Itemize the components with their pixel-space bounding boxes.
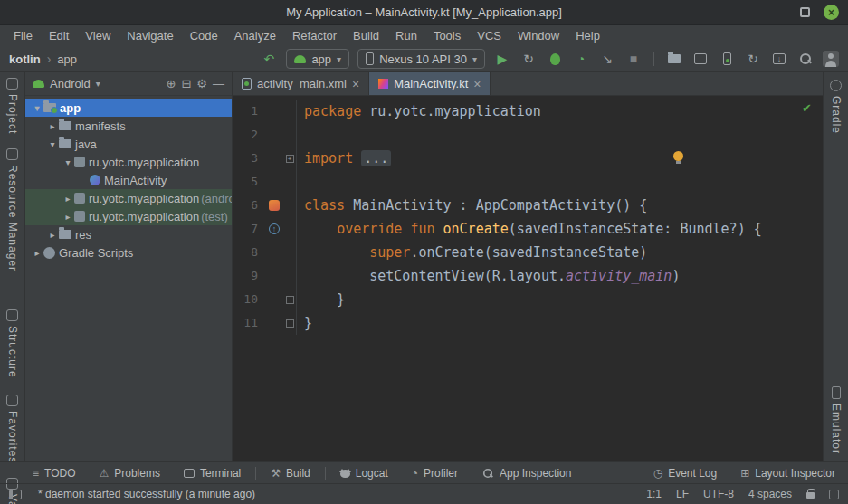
chevron-right-icon[interactable]: ▸ (62, 194, 74, 204)
tool-button-event-log[interactable]: ◷Event Log (653, 467, 718, 480)
tree-item-package-test[interactable]: ▸ ru.yotc.myapplication (test) (25, 207, 232, 225)
code-line: 5 (233, 170, 823, 194)
menu-item-code[interactable]: Code (182, 25, 226, 46)
debug-button[interactable] (546, 50, 564, 68)
close-tab-icon[interactable]: × (473, 77, 481, 91)
chevron-right-icon[interactable]: ▸ (31, 248, 43, 258)
maximize-button[interactable] (800, 7, 810, 17)
close-button[interactable]: × (824, 5, 839, 20)
tool-button-terminal[interactable]: Terminal (184, 467, 241, 480)
device-file-explorer-button[interactable] (665, 50, 683, 68)
breadcrumb-app[interactable]: app (57, 52, 77, 66)
sync-project-button[interactable]: ↻ (744, 50, 762, 68)
avd-manager-button[interactable] (718, 50, 736, 68)
tool-button-structure[interactable]: Structure (6, 309, 19, 378)
tool-button-todo[interactable]: ≡TODO (33, 467, 75, 480)
close-tab-icon[interactable]: × (352, 77, 359, 91)
tool-button-app-inspection[interactable]: App Inspection (481, 467, 571, 480)
stop-button[interactable]: ■ (624, 50, 643, 68)
minimize-button[interactable]: – (779, 8, 786, 17)
debug-icon (550, 53, 560, 65)
override-gutter-icon[interactable]: ↑ (269, 223, 280, 234)
chevron-down-icon[interactable]: ▾ (46, 139, 59, 149)
resize-grip (829, 490, 839, 499)
tree-item-gradle-scripts[interactable]: ▸ Gradle Scripts (25, 243, 232, 262)
menu-item-window[interactable]: Window (510, 25, 567, 46)
tool-button-resource-manager[interactable]: Resource Manager (6, 148, 19, 271)
tool-button-build[interactable]: ⚒Build (271, 467, 310, 480)
chevron-down-icon[interactable]: ▾ (62, 157, 74, 167)
menu-item-edit[interactable]: Edit (41, 25, 77, 46)
project-view-select[interactable]: Android (50, 77, 91, 90)
layout-inspector-icon: ⊞ (740, 467, 749, 480)
toolwindow-quick-access-icon[interactable] (9, 490, 22, 499)
project-tree: ▾ app ▸ manifests ▾ java ▾ ru.yo (25, 96, 232, 461)
tab-mainactivity-kt[interactable]: MainActivity.kt × (369, 72, 491, 95)
run-configuration-select[interactable]: app ▾ (286, 49, 349, 69)
search-everywhere-button[interactable] (796, 50, 815, 68)
tool-button-layout-inspector[interactable]: ⊞Layout Inspector (740, 467, 835, 480)
chevron-down-icon[interactable]: ▾ (31, 103, 43, 113)
profiler-button[interactable]: ◔ (572, 50, 590, 68)
readonly-lock-icon[interactable] (806, 492, 815, 499)
fold-end-marker[interactable] (286, 296, 294, 304)
app-inspection-icon (482, 468, 493, 479)
menu-item-run[interactable]: Run (387, 25, 425, 46)
menu-item-file[interactable]: File (5, 25, 41, 46)
menu-item-refactor[interactable]: Refactor (284, 25, 345, 46)
intention-bulb-icon[interactable] (673, 151, 683, 161)
project-panel-header: Android ▾ ⊕ ⊟ ⚙ — (25, 72, 232, 96)
breadcrumb-module[interactable]: kotlin (9, 52, 41, 66)
hide-panel-button[interactable]: — (213, 77, 224, 90)
collapse-all-button[interactable]: ⊟ (181, 77, 191, 90)
layout-validation-button[interactable] (691, 50, 710, 68)
line-ending-widget[interactable]: LF (676, 488, 689, 500)
tree-item-app[interactable]: ▾ app (25, 99, 232, 117)
menu-item-help[interactable]: Help (567, 25, 608, 46)
user-avatar[interactable] (823, 51, 839, 67)
gradle-sync-button[interactable]: ↶ (260, 50, 278, 68)
tool-button-emulator[interactable]: Emulator (824, 386, 848, 454)
chevron-right-icon[interactable]: ▸ (62, 212, 74, 222)
run-button[interactable]: ▶ (493, 50, 511, 68)
device-select[interactable]: Nexus 10 API 30 ▾ (357, 49, 485, 69)
tree-item-manifests[interactable]: ▸ manifests (25, 117, 232, 135)
encoding-widget[interactable]: UTF-8 (703, 488, 734, 500)
folded-region-marker[interactable]: + (286, 155, 294, 163)
indent-widget[interactable]: 4 spaces (748, 488, 792, 500)
tool-button-profiler[interactable]: ◔Profiler (412, 467, 458, 480)
locate-file-button[interactable]: ⊕ (167, 77, 176, 90)
emulator-icon (832, 386, 841, 399)
tool-window-stripe-right: Gradle Emulator (823, 72, 848, 461)
tool-button-favorites[interactable]: Favorites (6, 395, 19, 463)
tree-item-res[interactable]: ▸ res (25, 225, 232, 243)
tool-button-logcat[interactable]: Logcat (340, 467, 388, 480)
apply-changes-button[interactable]: ↻ (519, 50, 538, 68)
tool-button-problems[interactable]: ⚠Problems (99, 467, 159, 480)
tab-activity-main-xml[interactable]: activity_main.xml × (233, 72, 369, 95)
tool-button-gradle[interactable]: Gradle (830, 80, 843, 134)
chevron-right-icon[interactable]: ▸ (46, 121, 59, 131)
tool-button-project[interactable]: Project (6, 78, 19, 134)
tree-item-mainactivity[interactable]: MainActivity (25, 171, 232, 189)
android-class-gutter-icon[interactable] (269, 200, 280, 211)
code-area: 1 package ru.yotc.myapplication 2 3 + im… (233, 96, 823, 335)
attach-debugger-button[interactable]: ↘ (598, 50, 616, 68)
menu-item-navigate[interactable]: Navigate (119, 25, 181, 46)
tree-item-package[interactable]: ▾ ru.yotc.myapplication (25, 153, 232, 171)
tree-item-java[interactable]: ▾ java (25, 135, 232, 153)
caret-position-widget[interactable]: 1:1 (646, 488, 662, 500)
menu-item-build[interactable]: Build (345, 25, 387, 46)
code-editor[interactable]: 1 package ru.yotc.myapplication 2 3 + im… (233, 96, 823, 461)
menu-item-analyze[interactable]: Analyze (226, 25, 284, 46)
chevron-right-icon[interactable]: ▸ (46, 230, 59, 240)
menu-item-view[interactable]: View (77, 25, 119, 46)
tree-item-package-androidtest[interactable]: ▸ ru.yotc.myapplication (androidTest) (25, 189, 232, 207)
folded-imports[interactable]: ... (361, 150, 391, 166)
fold-end-marker[interactable] (286, 319, 294, 328)
menu-item-tools[interactable]: Tools (425, 25, 469, 46)
menu-item-vcs[interactable]: VCS (469, 25, 510, 46)
device-label: Nexus 10 API 30 (379, 52, 467, 66)
sdk-manager-button[interactable]: ↓ (770, 50, 788, 68)
settings-gear-button[interactable]: ⚙ (196, 77, 207, 90)
